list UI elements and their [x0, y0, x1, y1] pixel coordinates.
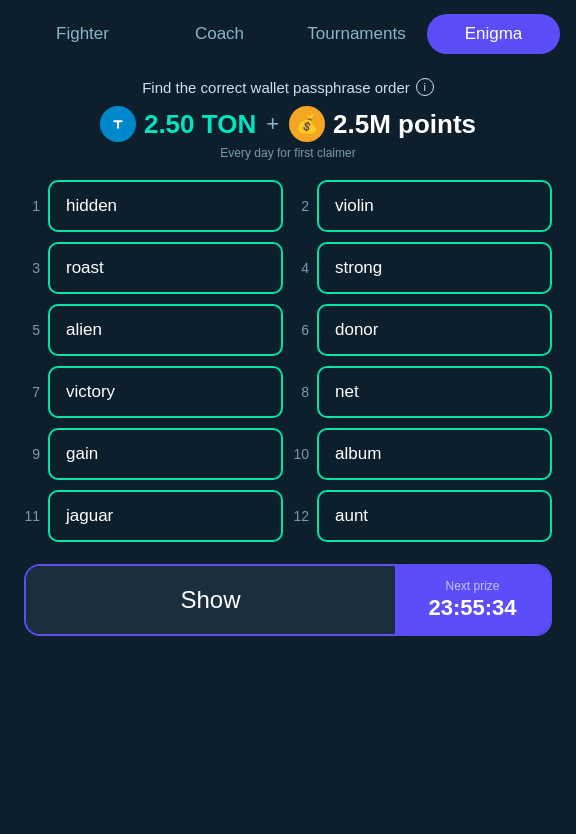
word-box-4[interactable]: strong	[317, 242, 552, 294]
word-cell-6: 6 donor	[293, 304, 552, 356]
subtitle: Every day for first claimer	[20, 146, 556, 160]
ton-badge: 2.50 TON	[100, 106, 256, 142]
timer-section: Next prize 23:55:34	[395, 566, 550, 634]
word-number-2: 2	[293, 198, 309, 214]
info-icon[interactable]: i	[416, 78, 434, 96]
header-title: Find the correct wallet passphrase order…	[20, 78, 556, 96]
word-box-6[interactable]: donor	[317, 304, 552, 356]
word-cell-2: 2 violin	[293, 180, 552, 232]
plus-sign: +	[266, 111, 279, 137]
word-number-12: 12	[293, 508, 309, 524]
word-number-3: 3	[24, 260, 40, 276]
navigation-bar: FighterCoachTournamentsEnigma	[0, 0, 576, 68]
word-box-11[interactable]: jaguar	[48, 490, 283, 542]
word-number-4: 4	[293, 260, 309, 276]
nav-item-tournaments[interactable]: Tournaments	[290, 14, 423, 54]
next-prize-label: Next prize	[445, 579, 499, 593]
word-number-5: 5	[24, 322, 40, 338]
nav-item-coach[interactable]: Coach	[153, 14, 286, 54]
word-cell-8: 8 net	[293, 366, 552, 418]
word-number-11: 11	[24, 508, 40, 524]
word-cell-9: 9 gain	[24, 428, 283, 480]
word-number-10: 10	[293, 446, 309, 462]
word-grid: 1 hidden 2 violin 3 roast 4 strong 5 ali…	[0, 172, 576, 550]
points-badge: 💰 2.5M points	[289, 106, 476, 142]
word-cell-3: 3 roast	[24, 242, 283, 294]
bottom-bar: Show Next prize 23:55:34	[24, 564, 552, 636]
show-button[interactable]: Show	[26, 566, 395, 634]
word-box-5[interactable]: alien	[48, 304, 283, 356]
word-cell-4: 4 strong	[293, 242, 552, 294]
word-box-8[interactable]: net	[317, 366, 552, 418]
nav-item-fighter[interactable]: Fighter	[16, 14, 149, 54]
ton-amount: 2.50 TON	[144, 109, 256, 140]
reward-row: 2.50 TON + 💰 2.5M points	[20, 106, 556, 142]
word-cell-7: 7 victory	[24, 366, 283, 418]
header-title-text: Find the correct wallet passphrase order	[142, 79, 410, 96]
word-box-9[interactable]: gain	[48, 428, 283, 480]
word-number-1: 1	[24, 198, 40, 214]
word-box-7[interactable]: victory	[48, 366, 283, 418]
word-box-2[interactable]: violin	[317, 180, 552, 232]
timer-value: 23:55:34	[428, 595, 516, 621]
word-cell-10: 10 album	[293, 428, 552, 480]
word-cell-5: 5 alien	[24, 304, 283, 356]
word-box-10[interactable]: album	[317, 428, 552, 480]
word-number-8: 8	[293, 384, 309, 400]
ton-icon	[100, 106, 136, 142]
nav-item-enigma[interactable]: Enigma	[427, 14, 560, 54]
word-number-9: 9	[24, 446, 40, 462]
word-cell-1: 1 hidden	[24, 180, 283, 232]
word-box-12[interactable]: aunt	[317, 490, 552, 542]
header-section: Find the correct wallet passphrase order…	[0, 68, 576, 172]
word-number-7: 7	[24, 384, 40, 400]
word-number-6: 6	[293, 322, 309, 338]
word-cell-12: 12 aunt	[293, 490, 552, 542]
points-amount: 2.5M points	[333, 109, 476, 140]
word-box-3[interactable]: roast	[48, 242, 283, 294]
word-cell-11: 11 jaguar	[24, 490, 283, 542]
word-box-1[interactable]: hidden	[48, 180, 283, 232]
coin-icon: 💰	[289, 106, 325, 142]
